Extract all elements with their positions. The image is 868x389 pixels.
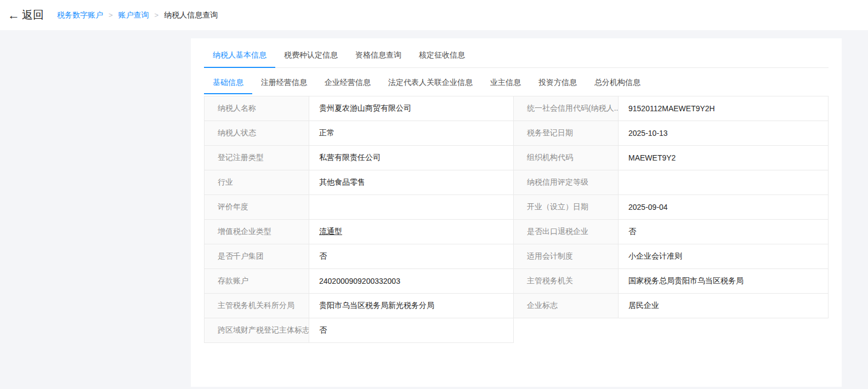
breadcrumb-item: 纳税人信息查询: [164, 10, 218, 20]
field-value: [619, 170, 829, 195]
secondary-tab[interactable]: 企业经营信息: [316, 72, 379, 94]
breadcrumb: 税务数字账户>账户查询>纳税人信息查询: [57, 10, 218, 20]
field-label: 纳税人状态: [205, 121, 309, 146]
field-value: 2025-09-04: [619, 195, 829, 220]
field-label: 税务登记日期: [514, 121, 619, 146]
field-label: 纳税人名称: [205, 96, 309, 121]
breadcrumb-item[interactable]: 账户查询: [118, 10, 149, 20]
field-label: 是否出口退税企业: [514, 220, 619, 244]
field-value: 否: [309, 318, 514, 343]
taxpayer-info-table: 纳税人名称贵州夏农游山商贸有限公司统一社会信用代码(纳税人...91520112…: [204, 96, 829, 343]
secondary-tab[interactable]: 基础信息: [204, 72, 252, 94]
field-label: 适用会计制度: [514, 244, 619, 269]
breadcrumb-separator-icon: >: [155, 11, 159, 19]
back-button[interactable]: ← 返回: [8, 8, 44, 22]
primary-tab[interactable]: 纳税人基本信息: [204, 44, 275, 68]
field-value: [309, 195, 514, 220]
field-value: 私营有限责任公司: [309, 146, 514, 170]
secondary-tab[interactable]: 总分机构信息: [586, 72, 649, 94]
back-label: 返回: [22, 8, 44, 22]
field-value: 其他食品零售: [309, 170, 514, 195]
page-body: 纳税人基本信息税费种认定信息资格信息查询核定征收信息 基础信息注册经营信息企业经…: [0, 30, 868, 389]
field-label: 评价年度: [205, 195, 309, 220]
secondary-tab[interactable]: 注册经营信息: [252, 72, 316, 94]
field-value[interactable]: 流通型: [309, 220, 514, 244]
primary-tab[interactable]: 资格信息查询: [347, 44, 410, 68]
field-label: 跨区域财产税登记主体标志: [205, 318, 309, 343]
secondary-tabs: 基础信息注册经营信息企业经营信息法定代表人关联企业信息业主信息投资方信息总分机构…: [204, 72, 829, 94]
field-label: 纳税信用评定等级: [514, 170, 619, 195]
secondary-tab[interactable]: 业主信息: [481, 72, 530, 94]
field-label: 存款账户: [205, 269, 309, 294]
field-value: 2402000909200332003: [309, 269, 514, 294]
top-bar: ← 返回 税务数字账户>账户查询>纳税人信息查询: [0, 0, 868, 30]
content-card: 纳税人基本信息税费种认定信息资格信息查询核定征收信息 基础信息注册经营信息企业经…: [191, 38, 842, 387]
field-value: 2025-10-13: [619, 121, 829, 146]
field-value: 否: [309, 244, 514, 269]
field-label: 主管税务机关: [514, 269, 619, 294]
primary-tabs: 纳税人基本信息税费种认定信息资格信息查询核定征收信息: [204, 44, 829, 68]
secondary-tab[interactable]: 投资方信息: [530, 72, 586, 94]
field-label: 开业（设立）日期: [514, 195, 619, 220]
left-arrow-icon: ←: [8, 9, 20, 21]
field-label: 组织机构代码: [514, 146, 619, 170]
field-value: 正常: [309, 121, 514, 146]
breadcrumb-separator-icon: >: [109, 11, 113, 19]
primary-tab[interactable]: 税费种认定信息: [275, 44, 347, 68]
field-value: 国家税务总局贵阳市乌当区税务局: [619, 269, 829, 294]
field-label: 主管税务机关科所分局: [205, 294, 309, 318]
field-value: MAEWET9Y2: [619, 146, 829, 170]
field-label: 是否千户集团: [205, 244, 309, 269]
field-value: 91520112MAEWET9Y2H: [619, 96, 829, 121]
field-label: 行业: [205, 170, 309, 195]
secondary-tab[interactable]: 法定代表人关联企业信息: [379, 72, 481, 94]
field-value: 贵州夏农游山商贸有限公司: [309, 96, 514, 121]
field-value: 小企业会计准则: [619, 244, 829, 269]
field-value: 贵阳市乌当区税务局新光税务分局: [309, 294, 514, 318]
field-label: 增值税企业类型: [205, 220, 309, 244]
field-label: 企业标志: [514, 294, 619, 318]
primary-tab[interactable]: 核定征收信息: [410, 44, 474, 68]
breadcrumb-item[interactable]: 税务数字账户: [57, 10, 103, 20]
field-value: 居民企业: [619, 294, 829, 318]
field-label: 统一社会信用代码(纳税人...: [514, 96, 619, 121]
field-value: 否: [619, 220, 829, 244]
field-label: 登记注册类型: [205, 146, 309, 170]
